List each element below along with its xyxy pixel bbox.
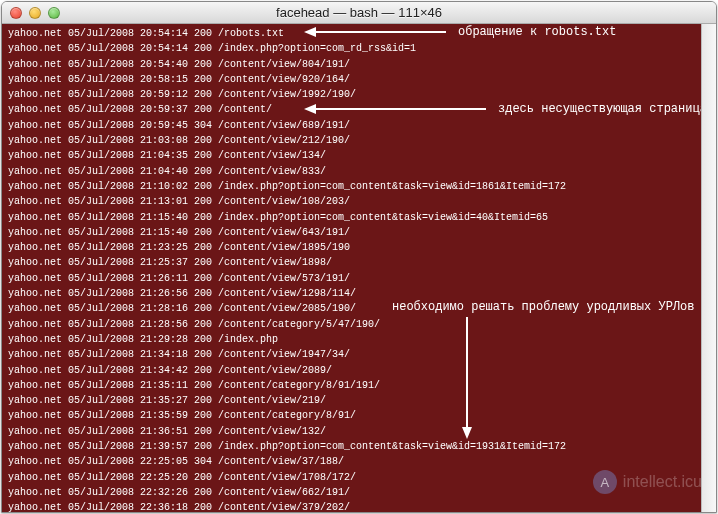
log-line: yahoo.net 05/Jul/2008 20:58:15 200 /cont…	[8, 72, 710, 87]
log-line: yahoo.net 05/Jul/2008 20:59:12 200 /cont…	[8, 87, 710, 102]
log-line: yahoo.net 05/Jul/2008 21:03:08 200 /cont…	[8, 133, 710, 148]
arrow-shaft	[316, 108, 486, 110]
arrow-left-icon	[304, 27, 316, 37]
arrow-shaft	[316, 31, 446, 33]
annotation-text: необходимо решать проблему уродливых УРЛ…	[392, 300, 694, 314]
arrow-left-icon	[304, 104, 316, 114]
watermark: A intellect.icu	[593, 470, 702, 494]
watermark-icon: A	[593, 470, 617, 494]
log-line: yahoo.net 05/Jul/2008 20:54:14 200 /inde…	[8, 41, 710, 56]
log-line: yahoo.net 05/Jul/2008 21:28:56 200 /cont…	[8, 317, 710, 332]
log-output: yahoo.net 05/Jul/2008 20:54:14 200 /robo…	[2, 24, 716, 512]
minimize-icon[interactable]	[29, 7, 41, 19]
window-controls	[10, 7, 60, 19]
zoom-icon[interactable]	[48, 7, 60, 19]
log-line: yahoo.net 05/Jul/2008 21:35:59 200 /cont…	[8, 408, 710, 423]
log-line: yahoo.net 05/Jul/2008 22:25:05 304 /cont…	[8, 454, 710, 469]
window-title: facehead — bash — 111×46	[2, 5, 716, 20]
log-line: yahoo.net 05/Jul/2008 21:29:28 200 /inde…	[8, 332, 710, 347]
log-line: yahoo.net 05/Jul/2008 20:54:40 200 /cont…	[8, 57, 710, 72]
arrow-down-icon	[462, 427, 472, 439]
log-line: yahoo.net 05/Jul/2008 21:34:42 200 /cont…	[8, 363, 710, 378]
annotation-text: обращение к robots.txt	[458, 25, 616, 39]
log-line: yahoo.net 05/Jul/2008 21:04:40 200 /cont…	[8, 164, 710, 179]
log-line: yahoo.net 05/Jul/2008 21:04:35 200 /cont…	[8, 148, 710, 163]
log-line: yahoo.net 05/Jul/2008 21:34:18 200 /cont…	[8, 347, 710, 362]
log-line: yahoo.net 05/Jul/2008 21:36:51 200 /cont…	[8, 424, 710, 439]
log-line: yahoo.net 05/Jul/2008 21:35:11 200 /cont…	[8, 378, 710, 393]
log-line: yahoo.net 05/Jul/2008 21:35:27 200 /cont…	[8, 393, 710, 408]
terminal-window: facehead — bash — 111×46 yahoo.net 05/Ju…	[1, 1, 717, 513]
log-line: yahoo.net 05/Jul/2008 21:39:57 200 /inde…	[8, 439, 710, 454]
log-line: yahoo.net 05/Jul/2008 20:59:45 304 /cont…	[8, 118, 710, 133]
annotation-nonexistent: здесь несуществующая страница	[304, 102, 707, 116]
arrow-down	[462, 317, 472, 439]
log-line: yahoo.net 05/Jul/2008 21:15:40 200 /cont…	[8, 225, 710, 240]
titlebar[interactable]: facehead — bash — 111×46	[2, 2, 716, 24]
scrollbar[interactable]	[701, 24, 716, 512]
arrow-shaft	[466, 317, 468, 427]
annotation-robots: обращение к robots.txt	[304, 25, 616, 39]
terminal-body[interactable]: yahoo.net 05/Jul/2008 20:54:14 200 /robo…	[2, 24, 716, 512]
close-icon[interactable]	[10, 7, 22, 19]
log-line: yahoo.net 05/Jul/2008 21:23:25 200 /cont…	[8, 240, 710, 255]
annotation-ugly-urls: необходимо решать проблему уродливых УРЛ…	[392, 300, 694, 314]
annotation-text: здесь несуществующая страница	[498, 102, 707, 116]
log-line: yahoo.net 05/Jul/2008 22:36:18 200 /cont…	[8, 500, 710, 512]
log-line: yahoo.net 05/Jul/2008 21:25:37 200 /cont…	[8, 255, 710, 270]
log-line: yahoo.net 05/Jul/2008 21:15:40 200 /inde…	[8, 210, 710, 225]
log-line: yahoo.net 05/Jul/2008 21:10:02 200 /inde…	[8, 179, 710, 194]
watermark-text: intellect.icu	[623, 473, 702, 491]
log-line: yahoo.net 05/Jul/2008 21:13:01 200 /cont…	[8, 194, 710, 209]
log-line: yahoo.net 05/Jul/2008 21:26:11 200 /cont…	[8, 271, 710, 286]
